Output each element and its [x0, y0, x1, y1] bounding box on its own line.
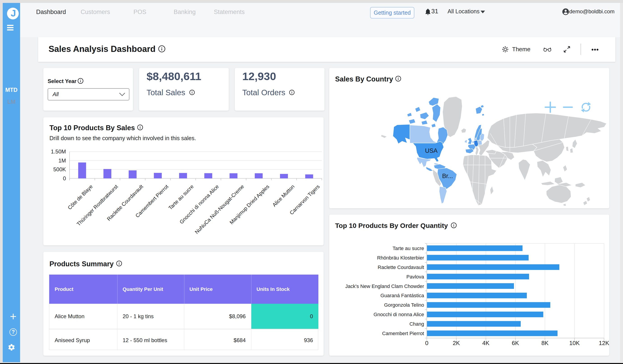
svg-text:NuNuCa Nuß-Nougat-Creme: NuNuCa Nuß-Nougat-Creme	[194, 183, 245, 235]
svg-text:12K: 12K	[599, 340, 609, 346]
svg-text:Br...: Br...	[442, 173, 453, 179]
svg-text:4K: 4K	[482, 340, 490, 346]
svg-text:500K: 500K	[53, 166, 66, 172]
svg-text:0: 0	[63, 175, 66, 181]
svg-text:Thüringer Rostbratwurst: Thüringer Rostbratwurst	[75, 183, 119, 227]
svg-text:Camembert Pierrot: Camembert Pierrot	[382, 331, 424, 336]
svg-text:Tarte au sucre: Tarte au sucre	[393, 246, 424, 251]
svg-text:1M: 1M	[59, 157, 66, 164]
svg-text:0: 0	[425, 340, 428, 346]
svg-text:Chang: Chang	[409, 321, 424, 327]
svg-text:10K: 10K	[569, 340, 580, 346]
svg-text:1.50M: 1.50M	[51, 149, 66, 155]
svg-text:Alice Mutton: Alice Mutton	[271, 183, 296, 208]
svg-text:Pavlova: Pavlova	[406, 274, 424, 279]
svg-text:Côte de Blaye: Côte de Blaye	[67, 183, 94, 211]
svg-text:Rhönbräu Klosterbier: Rhönbräu Klosterbier	[377, 255, 424, 261]
svg-text:6K: 6K	[512, 340, 519, 346]
svg-text:Tarte au sucre: Tarte au sucre	[167, 183, 195, 211]
svg-text:Gnocchi di nonna Alice: Gnocchi di nonna Alice	[374, 312, 424, 317]
svg-text:Guaraná Fantástica: Guaraná Fantástica	[380, 293, 424, 298]
svg-text:8K: 8K	[541, 340, 549, 346]
svg-text:USA: USA	[425, 147, 438, 154]
svg-text:2K: 2K	[453, 340, 460, 346]
svg-text:Gorgonzola Telino: Gorgonzola Telino	[384, 302, 424, 308]
svg-text:Jack's New England Clam Chowde: Jack's New England Clam Chowder	[345, 283, 424, 289]
svg-text:Raclette Courdavault: Raclette Courdavault	[378, 264, 424, 270]
